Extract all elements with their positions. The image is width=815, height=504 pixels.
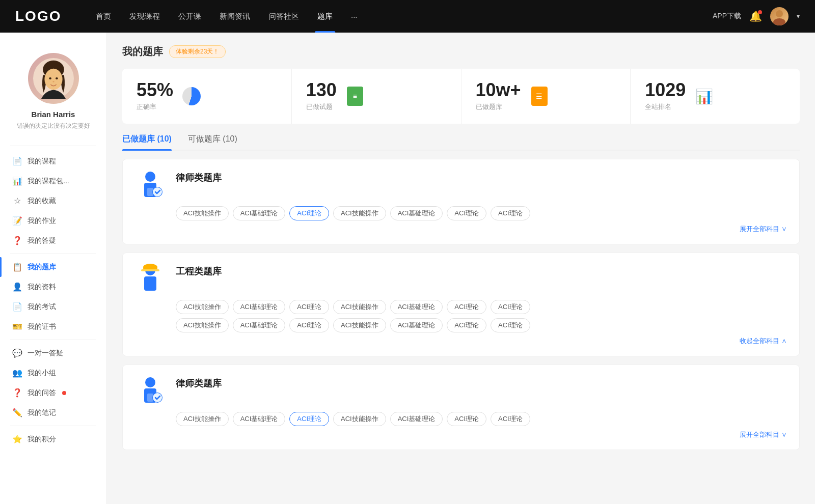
qbank-tag-1-5[interactable]: ACI理论 [447, 300, 486, 314]
qbank-tag-2-4[interactable]: ACI基础理论 [390, 412, 443, 426]
qbank-tag-0-5[interactable]: ACI理论 [447, 206, 486, 220]
accuracy-icon [181, 86, 202, 106]
qbank-tag-2-6[interactable]: ACI理论 [491, 412, 530, 426]
svg-point-12 [153, 187, 162, 197]
profile-icon: 👤 [12, 282, 22, 292]
logo[interactable]: LOGO [15, 8, 66, 24]
qbank-tag-1-9[interactable]: ACI理论 [289, 318, 329, 332]
qbank-tag-1-12[interactable]: ACI理论 [447, 318, 486, 332]
stats-row: 55% 正确率 130 已做试题 10w+ 已做题库 [122, 69, 800, 124]
layout: Brian Harris 错误的决定比没有决定要好 📄 我的课程 📊 我的课程包… [0, 33, 815, 504]
qbank-tag-1-0[interactable]: ACI技能操作 [176, 300, 229, 314]
sidebar-item-favorites[interactable]: ☆ 我的收藏 [0, 191, 106, 211]
qbank-tag-2-1[interactable]: ACI基础理论 [233, 412, 286, 426]
svg-point-6 [56, 77, 58, 79]
sidebar-item-notes[interactable]: ✏️ 我的笔记 [0, 403, 106, 423]
nav-qa[interactable]: 问答社区 [259, 0, 308, 33]
sidebar-item-points[interactable]: ⭐ 我的积分 [0, 429, 106, 449]
sidebar-avatar [28, 53, 79, 104]
avatar[interactable] [770, 7, 789, 25]
done-questions-icon [345, 86, 365, 106]
qbank-tag-0-6[interactable]: ACI理论 [491, 206, 530, 220]
qbank-icon-lawyer-0 [135, 170, 166, 200]
qbank-expand-0[interactable]: 展开全部科目 ∨ [135, 225, 787, 234]
app-download-link[interactable]: APP下载 [713, 12, 741, 21]
sidebar-item-exam[interactable]: 📄 我的考试 [0, 297, 106, 317]
qbank-tag-1-6[interactable]: ACI理论 [491, 300, 530, 314]
qbank-expand-2[interactable]: 展开全部科目 ∨ [135, 430, 787, 439]
group-label: 我的小组 [28, 369, 56, 378]
sidebar-item-my-qa[interactable]: ❓ 我的问答 [0, 383, 106, 403]
accuracy-label: 正确率 [137, 102, 173, 111]
sidebar-item-questions[interactable]: ❓ 我的答疑 [0, 231, 106, 250]
homework-label: 我的作业 [28, 216, 56, 226]
qbank-tag-0-1[interactable]: ACI基础理论 [233, 206, 286, 220]
qbank-tag-1-11[interactable]: ACI基础理论 [390, 318, 443, 332]
qbank-tag-1-1[interactable]: ACI基础理论 [233, 300, 286, 314]
qbank-tag-2-3[interactable]: ACI技能操作 [333, 412, 386, 426]
ranking-value: 1029 [645, 81, 686, 99]
tabs-row: 已做题库 (10) 可做题库 (10) [122, 134, 800, 151]
user-menu-chevron[interactable]: ▾ [797, 13, 800, 20]
qbank-tag-1-4[interactable]: ACI基础理论 [390, 300, 443, 314]
sidebar-item-homework[interactable]: 📝 我的作业 [0, 211, 106, 231]
certificate-label: 我的证书 [28, 322, 56, 331]
qbank-tag-2-0[interactable]: ACI技能操作 [176, 412, 229, 426]
qbank-tags-0: ACI技能操作 ACI基础理论 ACI理论 ACI技能操作 ACI基础理论 AC… [135, 206, 787, 220]
sidebar-item-course-package[interactable]: 📊 我的课程包... [0, 171, 106, 191]
sidebar: Brian Harris 错误的决定比没有决定要好 📄 我的课程 📊 我的课程包… [0, 33, 107, 504]
favorites-label: 我的收藏 [28, 197, 56, 206]
points-label: 我的积分 [28, 435, 56, 444]
qbank-tag-2-5[interactable]: ACI理论 [447, 412, 486, 426]
qbank-tag-2-2[interactable]: ACI理论 [289, 412, 329, 426]
qbank-tag-1-3[interactable]: ACI技能操作 [333, 300, 386, 314]
page-title: 我的题库 [122, 45, 163, 59]
sidebar-item-my-course[interactable]: 📄 我的课程 [0, 151, 106, 171]
stat-accuracy: 55% 正确率 [122, 69, 292, 124]
qbank-tag-0-3[interactable]: ACI技能操作 [333, 206, 386, 220]
sidebar-item-tutor[interactable]: 💬 一对一答疑 [0, 343, 106, 363]
sidebar-item-certificate[interactable]: 🎫 我的证书 [0, 317, 106, 337]
nav-discover[interactable]: 发现课程 [120, 0, 169, 33]
sidebar-motto: 错误的决定比没有决定要好 [17, 122, 90, 130]
qbank-icon: 📋 [12, 262, 22, 272]
nav-qbank[interactable]: 题库 [308, 0, 342, 33]
qbank-tag-1-13[interactable]: ACI理论 [491, 318, 530, 332]
qa-badge [62, 391, 66, 395]
qbank-title-1: 工程类题库 [176, 263, 222, 277]
qbank-tag-1-8[interactable]: ACI基础理论 [233, 318, 286, 332]
nav-news[interactable]: 新闻资讯 [210, 0, 259, 33]
menu-divider-1 [10, 254, 96, 254]
sidebar-item-qbank[interactable]: 📋 我的题库 [0, 257, 106, 277]
done-banks-value: 10w+ [476, 81, 521, 99]
qbank-tag-1-7[interactable]: ACI技能操作 [176, 318, 229, 332]
qbank-tag-1-2[interactable]: ACI理论 [289, 300, 329, 314]
sidebar-divider-top [10, 146, 96, 146]
qbank-expand-1[interactable]: 收起全部科目 ∧ [135, 337, 787, 346]
nav-open-course[interactable]: 公开课 [169, 0, 210, 33]
certificate-icon: 🎫 [12, 322, 22, 331]
sidebar-item-profile[interactable]: 👤 我的资料 [0, 277, 106, 297]
nav-more[interactable]: ··· [342, 0, 367, 33]
svg-point-1 [773, 18, 785, 25]
sidebar-menu: 📄 我的课程 📊 我的课程包... ☆ 我的收藏 📝 我的作业 ❓ 我的答疑 � [0, 151, 106, 449]
nav-home[interactable]: 首页 [87, 0, 120, 33]
exam-label: 我的考试 [28, 302, 56, 312]
qbank-tag-0-2[interactable]: ACI理论 [289, 206, 329, 220]
pie-chart-icon [182, 87, 201, 105]
qbank-tags-2: ACI技能操作 ACI基础理论 ACI理论 ACI技能操作 ACI基础理论 AC… [135, 412, 787, 426]
trial-badge: 体验剩余23天！ [169, 45, 226, 58]
tab-available[interactable]: 可做题库 (10) [188, 134, 237, 150]
qbank-tags-1: ACI技能操作 ACI基础理论 ACI理论 ACI技能操作 ACI基础理论 AC… [135, 300, 787, 314]
stat-done-banks: 10w+ 已做题库 [461, 69, 631, 124]
notes-label: 我的笔记 [28, 408, 56, 417]
qbank-tag-0-0[interactable]: ACI技能操作 [176, 206, 229, 220]
ranking-icon: 📊 [694, 86, 714, 106]
notification-bell[interactable]: 🔔 [749, 10, 762, 22]
sidebar-item-group[interactable]: 👥 我的小组 [0, 363, 106, 383]
avatar-image [770, 7, 789, 25]
qbank-tag-0-4[interactable]: ACI基础理论 [390, 206, 443, 220]
tab-done[interactable]: 已做题库 (10) [122, 134, 172, 150]
qbank-tag-1-10[interactable]: ACI技能操作 [333, 318, 386, 332]
qbank-card-0: 律师类题库 ACI技能操作 ACI基础理论 ACI理论 ACI技能操作 ACI基… [122, 159, 800, 244]
